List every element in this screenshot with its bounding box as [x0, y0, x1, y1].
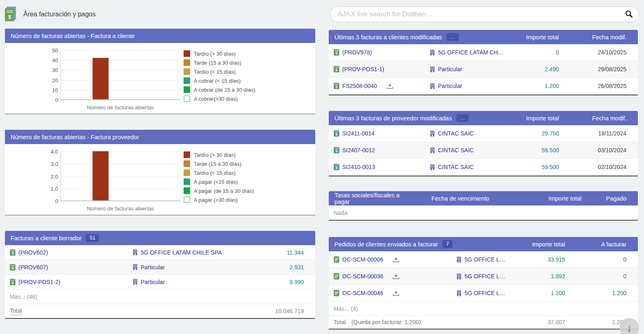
ellipsis-badge[interactable]: ... — [447, 33, 459, 41]
company-link[interactable]: Particular — [141, 279, 165, 285]
document-ref-link[interactable]: FS2508-0040 — [342, 83, 377, 89]
cell-amount: 0 — [577, 268, 638, 284]
search-input[interactable] — [330, 7, 639, 22]
order-icon — [334, 290, 339, 296]
last-supplier-invoices-table: Últimas 3 facturas de proveedor modifica… — [329, 111, 638, 176]
table-header: Facturas a cliente borrador51 — [5, 231, 315, 245]
empty-label: Nada — [334, 210, 347, 216]
svg-text:$: $ — [335, 149, 337, 153]
legend-swatch — [184, 196, 190, 203]
legend-label: Tarde (15 a 30 días) — [194, 161, 241, 167]
company-link[interactable]: CINTAC SAIC — [438, 164, 474, 170]
svg-text:$: $ — [11, 251, 13, 255]
legend-label: Tardío (< 15 días) — [194, 170, 236, 176]
document-ref-link[interactable]: OC-SCM-00036 — [342, 273, 383, 280]
legend-swatch — [184, 160, 190, 167]
document-ref-link[interactable]: OC-SCM-00046 — [342, 290, 383, 296]
company-link[interactable]: Particular — [438, 83, 462, 89]
customer-invoice-icon: $ — [334, 66, 339, 72]
supplier-invoice-icon: $ — [334, 164, 339, 170]
chart-bar — [92, 58, 109, 99]
company-link[interactable]: 5G OFFICE LAT… — [464, 273, 507, 280]
company-link[interactable]: 5G OFFICE LATAM CHILE SPA — [141, 249, 222, 256]
building-icon — [456, 273, 462, 280]
download-icon[interactable] — [393, 290, 399, 296]
company-link[interactable]: Particular — [438, 66, 462, 72]
table-row: $(PROV978)5G OFFICE LATAM CHIL…024/10/20… — [329, 44, 638, 61]
company-link[interactable]: CINTAC SAIC — [438, 147, 474, 153]
legend-swatch — [184, 169, 190, 176]
search-icon[interactable] — [625, 10, 633, 20]
more-link[interactable]: Más... (4) — [334, 305, 358, 312]
table-row: $FS2508-0040Particular1.20026/08/2025 — [329, 78, 638, 95]
draft-customer-invoices-table: Facturas a cliente borrador51$(PROV602)5… — [5, 231, 315, 319]
building-icon — [430, 50, 435, 56]
column-header: Importe total — [523, 195, 593, 202]
cell-amount: 1.892 — [507, 268, 577, 284]
svg-text:$: $ — [335, 68, 337, 72]
table-row: $SI2410-0013CINTAC SAIC59.50002/10/2024 — [329, 159, 638, 176]
table-row: $(PROV607)Particular2.931 — [5, 260, 315, 275]
legend-item: A cobrar (< 15 días) — [184, 76, 255, 85]
building-icon — [430, 131, 435, 137]
more-row: Más... (48) — [5, 289, 315, 304]
y-axis-tick-label: 2,0 — [43, 174, 58, 180]
legend-item: A pagar (<15 días) — [184, 177, 254, 186]
right-column: Últimas 3 facturas a clientes modificada… — [329, 29, 638, 329]
legend-item: A cobrar (de 15 a 30 días) — [184, 85, 255, 94]
more-link[interactable]: Más... (48) — [10, 293, 37, 300]
legend-item: Tardío (> 30 días) — [184, 150, 254, 159]
document-ref-link[interactable]: SI2410-0013 — [342, 164, 375, 170]
legend-item: A pagar (>30 días) — [184, 195, 254, 204]
company-link[interactable]: CINTAC SAIC — [438, 130, 474, 137]
document-ref-link[interactable]: (PROV607) — [18, 264, 48, 271]
column-header: Pagado — [593, 195, 638, 202]
company-link[interactable]: 5G OFFICE LAT… — [464, 256, 507, 263]
download-icon[interactable] — [393, 273, 399, 280]
social-taxes-table: Tasas sociales/fiscales a pagarFecha de … — [329, 191, 638, 221]
search-bar — [330, 7, 639, 22]
column-header: Importe total — [507, 241, 577, 248]
legend-label: Tarde (15 a 30 días) — [194, 60, 241, 66]
document-ref-link[interactable]: (PROV-POS1-2) — [18, 279, 61, 285]
company-link[interactable]: 5G OFFICE LATAM CHIL… — [438, 49, 505, 56]
y-axis-tick-label: 50 — [43, 47, 58, 54]
column-header: A facturar — [577, 241, 638, 248]
count-badge[interactable]: 51 — [86, 234, 99, 242]
count-badge[interactable]: 7 — [442, 240, 453, 248]
y-axis-tick-label: 4,0 — [43, 149, 58, 155]
ellipsis-badge[interactable]: ... — [456, 114, 469, 122]
table-header: Últimas 3 facturas a clientes modificada… — [329, 30, 638, 44]
svg-text:$: $ — [335, 132, 337, 136]
cell-date: 29/08/2025 — [570, 61, 638, 77]
y-axis-tick-label: 40 — [43, 57, 58, 63]
table-title: Últimas 3 facturas de proveedor modifica… — [334, 115, 452, 122]
cell-amount: 59.500 — [505, 142, 570, 158]
document-ref-link[interactable]: SI2411-0014 — [342, 130, 375, 137]
building-icon — [430, 83, 435, 89]
building-icon — [132, 264, 138, 270]
document-ref-link[interactable]: SI2407-0012 — [342, 147, 375, 153]
y-axis-tick-label: 20 — [43, 77, 58, 84]
document-ref-link[interactable]: OC-SCM-00006 — [342, 256, 383, 263]
legend-label: A pagar (<15 días) — [194, 179, 238, 185]
y-axis-tick-label: 3,0 — [43, 161, 58, 167]
download-icon[interactable] — [386, 83, 393, 89]
x-axis-label: Número de facturas abiertas — [61, 205, 180, 212]
company-link[interactable]: 5G OFFICE LAT… — [464, 290, 507, 296]
svg-text:$: $ — [335, 166, 337, 170]
chart-plot-area — [61, 151, 180, 201]
legend-swatch — [184, 95, 190, 102]
table-row: $(PROV-POS1-2)Particular9.990 — [5, 275, 315, 289]
company-link[interactable]: Particular — [141, 264, 165, 271]
legend-label: A cobrar(>30 días) — [194, 96, 238, 102]
cell-date: 24/10/2025 — [570, 44, 638, 61]
document-ref-link[interactable]: (PROV-POS1-1) — [342, 66, 384, 72]
page-title-block: $ Área facturación y pagos — [5, 8, 330, 21]
document-ref-link[interactable]: (PROV602) — [18, 249, 48, 256]
download-icon[interactable] — [393, 257, 399, 263]
table-header: Tasas sociales/fiscales a pagarFecha de … — [329, 191, 638, 205]
document-ref-link[interactable]: (PROV978) — [342, 49, 372, 56]
panel-open-customer-invoices: Número de facturas abiertas - Factura a … — [5, 29, 315, 114]
building-icon — [430, 66, 435, 72]
